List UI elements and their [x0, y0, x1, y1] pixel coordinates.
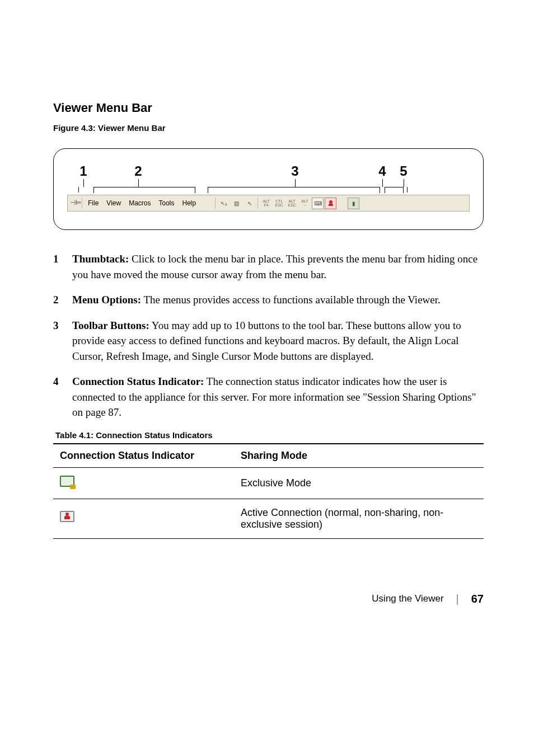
table-row: Active Connection (normal, non-sharing, …: [53, 499, 484, 538]
callout-3-label: 3: [291, 165, 298, 178]
callout-bracket-row: [67, 187, 470, 194]
callout-number-row: 1 2 3 4 5: [67, 165, 470, 187]
screen-icon[interactable]: ⌨: [312, 198, 324, 209]
list-lead: Toolbar Buttons:: [72, 320, 149, 331]
exclusive-mode-icon: [60, 476, 74, 488]
status-table: Connection Status Indicator Sharing Mode…: [53, 443, 484, 539]
callout-1: 1: [78, 165, 88, 187]
table-header: Connection Status Indicator: [53, 444, 234, 468]
list-lead: Connection Status Indicator:: [72, 375, 204, 387]
footer-label: Using the Viewer: [372, 593, 443, 604]
sharing-mode-cell: Exclusive Mode: [234, 467, 484, 499]
page-number: 67: [471, 593, 484, 605]
menu-help[interactable]: Help: [179, 199, 200, 207]
list-text: Click to lock the menu bar in place. Thi…: [72, 253, 477, 280]
callout-2: 2: [133, 165, 143, 187]
macro-alt-f4-icon[interactable]: ALTF4: [260, 198, 272, 209]
align-cursor-icon[interactable]: ⇖: [243, 198, 255, 209]
list-number: 4: [53, 374, 72, 420]
list-item: 4 Connection Status Indicator: The conne…: [53, 374, 484, 420]
numbered-list: 1 Thumbtack: Click to lock the menu bar …: [53, 251, 484, 420]
callout-5-label: 5: [400, 165, 407, 178]
macro-alt-arrow-icon[interactable]: ALT→: [299, 198, 311, 209]
menu-view[interactable]: View: [102, 199, 125, 207]
list-lead: Thumbtack:: [72, 253, 129, 265]
menu-tools[interactable]: Tools: [154, 199, 178, 207]
menu-file[interactable]: File: [84, 199, 102, 207]
macro-alt-esc-icon[interactable]: ALTESC: [286, 198, 298, 209]
list-lead: Menu Options:: [72, 294, 141, 306]
sharing-mode-cell: Active Connection (normal, non-sharing, …: [234, 499, 484, 538]
menu-macros[interactable]: Macros: [125, 199, 154, 207]
list-item: 2 Menu Options: The menus provides acces…: [53, 292, 484, 308]
callout-2-label: 2: [134, 165, 142, 178]
callout-5: 5: [399, 165, 409, 187]
list-text: The menus provides access to functions a…: [141, 294, 441, 306]
status-indicator-cell: [53, 499, 234, 538]
list-item: 3 Toolbar Buttons: You may add up to 10 …: [53, 318, 484, 364]
macro-ctl-esc-icon[interactable]: CTLESC: [273, 198, 285, 209]
list-number: 3: [53, 318, 72, 364]
callout-1-label: 1: [79, 165, 87, 178]
thumbtack-icon[interactable]: ⊣⊨: [70, 199, 79, 208]
viewer-menubar: ⊣⊨ File View Macros Tools Help ↖₁ ▧ ⇖ AL…: [67, 195, 470, 212]
connection-status-icon[interactable]: [325, 198, 336, 209]
refresh-image-icon[interactable]: ▧: [231, 198, 242, 209]
list-number: 2: [53, 292, 72, 308]
active-connection-icon: [60, 511, 74, 523]
page-footer: Using the Viewer | 67: [53, 593, 484, 605]
list-number: 1: [53, 251, 72, 282]
single-cursor-icon[interactable]: ↖₁: [218, 198, 229, 209]
callout-4: 4: [377, 165, 387, 187]
smartcard-icon[interactable]: ▮: [348, 198, 359, 209]
list-item: 1 Thumbtack: Click to lock the menu bar …: [53, 251, 484, 282]
callout-4-label: 4: [378, 165, 386, 178]
table-row: Exclusive Mode: [53, 467, 484, 499]
table-header: Sharing Mode: [234, 444, 484, 468]
footer-separator: |: [456, 593, 459, 605]
figure-frame: 1 2 3 4 5: [53, 148, 484, 230]
section-heading: Viewer Menu Bar: [53, 101, 484, 115]
table-caption: Table 4.1: Connection Status Indicators: [55, 430, 484, 440]
callout-3: 3: [290, 165, 300, 187]
status-indicator-cell: [53, 467, 234, 499]
figure-caption: Figure 4.3: Viewer Menu Bar: [53, 123, 484, 133]
